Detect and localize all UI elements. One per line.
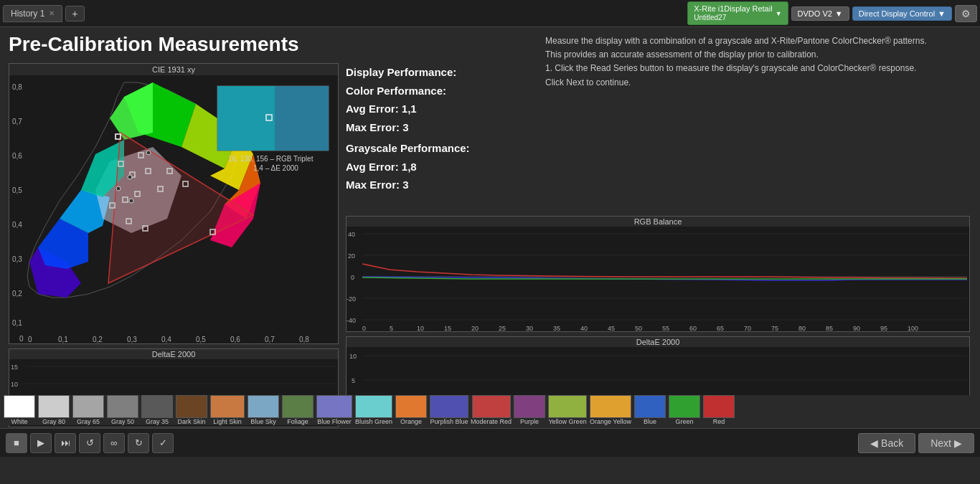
swatch-color-gray80: [38, 395, 70, 418]
svg-text:0,6: 0,6: [12, 152, 22, 160]
svg-text:65: 65: [717, 325, 724, 332]
stop-button[interactable]: ■: [6, 433, 27, 453]
swatch-color-darkskin: [176, 395, 207, 418]
swatch-color-white: [4, 395, 35, 418]
svg-text:0,3: 0,3: [127, 336, 137, 343]
svg-text:0,4: 0,4: [161, 336, 171, 343]
svg-text:0,8: 0,8: [12, 83, 22, 91]
skip-button[interactable]: ⏭: [55, 433, 76, 453]
device1-dropdown-icon: ▼: [776, 10, 782, 17]
swatch-orangeyellow: Orange Yellow: [589, 395, 632, 425]
svg-text:0: 0: [19, 335, 24, 343]
tab-close-icon[interactable]: ✕: [49, 9, 55, 17]
settings-button[interactable]: ⚙: [955, 5, 977, 22]
svg-text:0,1: 0,1: [12, 319, 22, 327]
svg-text:5: 5: [390, 325, 393, 332]
svg-rect-52: [275, 86, 329, 151]
device1-line2: Untitled27: [694, 14, 772, 22]
swatch-color-lightskin: [210, 395, 245, 418]
swatch-color-bluishgreen: [355, 395, 392, 418]
swatch-color-orange: [395, 395, 427, 418]
refresh-button[interactable]: ↻: [128, 433, 149, 453]
svg-point-48: [116, 186, 121, 191]
svg-text:0,4: 0,4: [12, 221, 22, 229]
svg-text:15: 15: [444, 325, 451, 332]
swatch-color-gray65: [72, 395, 104, 418]
swatch-color-red: [703, 395, 735, 418]
svg-text:0,1: 0,1: [58, 336, 68, 343]
avg-error-color: Avg Error: 1,1: [346, 100, 540, 118]
check-button[interactable]: ✓: [152, 433, 174, 453]
stop-icon: ■: [14, 437, 19, 448]
swatch-label-darkskin: Dark Skin: [177, 418, 205, 425]
svg-text:80: 80: [798, 325, 806, 332]
swatch-lightskin: Light Skin: [209, 395, 245, 425]
swatch-gray65: Gray 65: [72, 395, 105, 425]
deltae-left-title: DeltaE 2000: [9, 349, 338, 359]
svg-text:45: 45: [608, 325, 615, 332]
swatch-color-purple: [514, 395, 545, 418]
swatch-label-red: Red: [713, 418, 725, 425]
avg-error-gray: Avg Error: 1,8: [346, 158, 540, 176]
svg-text:50: 50: [635, 325, 642, 332]
swatch-color-green: [669, 395, 700, 418]
swatch-moderatered: Moderate Red: [471, 395, 512, 425]
play-button[interactable]: ▶: [30, 433, 52, 453]
swatch-label-gray80: Gray 80: [42, 418, 65, 425]
rewind-icon: ↺: [86, 437, 94, 448]
rewind-button[interactable]: ↺: [79, 433, 100, 453]
device3-selector[interactable]: Direct Display Control ▼: [852, 6, 952, 21]
swatch-label-gray35: Gray 35: [146, 418, 169, 425]
display-performance-label: Display Performance:: [346, 63, 540, 82]
svg-text:5: 5: [352, 377, 355, 384]
cie-svg: 0,8 0,7 0,6 0,5 0,4 0,3 0,2 0,1 0 0 0,1 …: [9, 75, 338, 344]
swatch-label-purple: Purple: [520, 418, 539, 425]
swatch-purple: Purple: [513, 395, 546, 425]
rgb-balance-svg: 40 20 0 -20 -40 0 5 10: [347, 227, 969, 333]
swatch-gray35: Gray 35: [141, 395, 174, 425]
swatch-label-yellowgreen: Yellow Green: [548, 418, 586, 425]
swatch-color-foliage: [282, 395, 314, 418]
svg-text:0,8: 0,8: [299, 336, 309, 343]
svg-text:10: 10: [417, 325, 424, 332]
swatch-color-blue: [634, 395, 666, 418]
swatch-purplishblue: Purplish Blue: [429, 395, 469, 425]
swatch-darkskin: Dark Skin: [175, 395, 208, 425]
svg-text:100: 100: [908, 325, 918, 332]
svg-text:-20: -20: [347, 295, 356, 303]
swatch-label-blue: Blue: [644, 418, 656, 425]
svg-text:70: 70: [744, 325, 751, 332]
rgb-balance-chart: RGB Balance 40 20 0 -20 -40: [346, 216, 970, 332]
cie-chart-title: CIE 1931 xy: [9, 64, 338, 75]
swatches-row: White Gray 80 Gray 65 Gray 50 Gray 35 Da…: [0, 395, 980, 425]
swatch-label-foliage: Foliage: [287, 418, 308, 425]
svg-text:0,2: 0,2: [93, 336, 103, 343]
rgb-balance-title: RGB Balance: [347, 217, 969, 227]
infinity-button[interactable]: ∞: [103, 433, 125, 453]
device2-dropdown-icon: ▼: [835, 9, 843, 18]
swatch-label-gray50: Gray 50: [111, 418, 134, 425]
svg-point-47: [128, 175, 132, 179]
device1-selector[interactable]: X-Rite i1Display Retail Untitled27 ▼: [687, 1, 788, 25]
bottom-controls: ■ ▶ ⏭ ↺ ∞ ↻ ✓ ◀ Back Next ▶: [0, 428, 980, 457]
device2-selector[interactable]: DVDO V2 ▼: [791, 6, 849, 21]
swatch-white: White: [3, 395, 36, 425]
tab-add-button[interactable]: +: [65, 6, 84, 22]
svg-text:15: 15: [11, 364, 18, 371]
swatch-label-purplishblue: Purplish Blue: [430, 418, 468, 425]
next-button[interactable]: Next ▶: [918, 433, 974, 453]
history-tab[interactable]: History 1 ✕: [3, 5, 62, 22]
svg-text:0,2: 0,2: [12, 290, 22, 298]
content-area: Pre-Calibration Measurements Measure the…: [0, 27, 980, 457]
rgb-triplet-label: 16, 130, 156 – RGB Triplet: [228, 155, 314, 163]
svg-text:55: 55: [662, 325, 669, 332]
max-error-color: Max Error: 3: [346, 118, 540, 137]
color-performance-label: Color Performance:: [346, 82, 540, 100]
back-button[interactable]: ◀ Back: [858, 433, 915, 453]
swatch-color-yellowgreen: [548, 395, 587, 418]
swatch-label-orange: Orange: [400, 418, 422, 425]
svg-point-46: [146, 151, 151, 155]
top-bar: History 1 ✕ + X-Rite i1Display Retail Un…: [0, 0, 980, 27]
performance-col: Display Performance: Color Performance: …: [346, 63, 540, 427]
tab-label: History 1: [11, 9, 44, 19]
